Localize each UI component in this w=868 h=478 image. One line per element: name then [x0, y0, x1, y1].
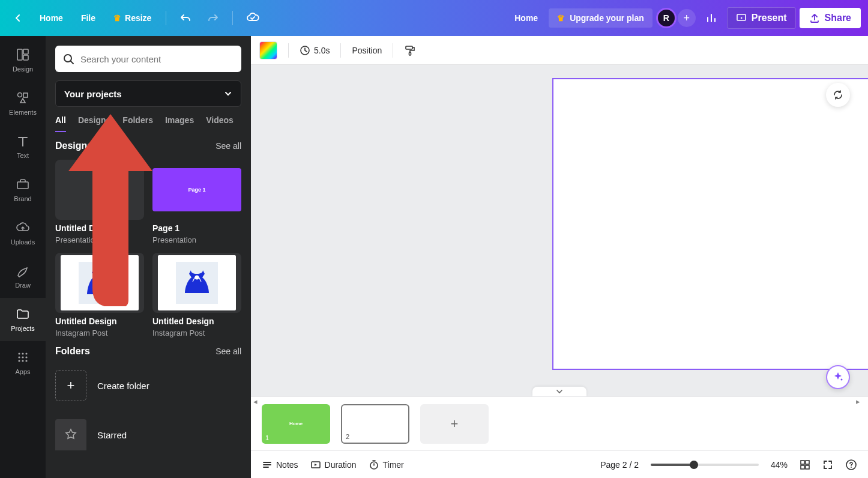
svg-rect-30: [806, 465, 809, 469]
design-card[interactable]: Page 1 Page 1 Presentation: [152, 160, 241, 244]
notes-icon: [262, 459, 273, 470]
duration-button[interactable]: 5.0s: [300, 45, 330, 56]
fullscreen-icon: [822, 459, 833, 470]
svg-rect-2: [23, 49, 28, 54]
slider-knob[interactable]: [690, 461, 698, 469]
home-right-button[interactable]: Home: [507, 8, 545, 28]
tab-images[interactable]: Images: [165, 115, 194, 132]
page-color-button[interactable]: [259, 41, 277, 59]
tab-all[interactable]: All: [55, 115, 66, 132]
share-button[interactable]: Share: [800, 8, 861, 28]
sidebar-item-draw[interactable]: Draw: [0, 255, 46, 298]
scroll-left[interactable]: ◂: [253, 397, 263, 407]
sidebar-label: Elements: [9, 109, 37, 116]
see-all-link[interactable]: See all: [215, 141, 241, 151]
sidebar-label: Brand: [14, 195, 31, 202]
svg-rect-27: [801, 461, 804, 464]
scroll-right[interactable]: ▸: [856, 397, 866, 407]
present-button[interactable]: Present: [727, 7, 796, 29]
grid-icon: [16, 350, 30, 365]
share-label: Share: [825, 13, 851, 23]
svg-point-11: [22, 356, 23, 358]
sidebar-item-projects[interactable]: Projects: [0, 298, 46, 341]
notes-label: Notes: [276, 460, 298, 470]
position-label: Position: [352, 46, 382, 55]
starred-folder-row[interactable]: Starred: [55, 414, 241, 455]
undo-button[interactable]: [173, 7, 197, 29]
upload-icon: [809, 13, 820, 23]
avatar[interactable]: R: [656, 8, 677, 28]
timer-button[interactable]: Timer: [369, 459, 404, 470]
sidebar-label: Uploads: [11, 238, 35, 246]
redo-button[interactable]: [201, 7, 225, 29]
search-icon: [62, 53, 74, 65]
page-indicator[interactable]: Page 2 / 2: [600, 460, 639, 470]
notes-button[interactable]: Notes: [262, 459, 298, 470]
projects-dropdown[interactable]: Your projects: [55, 80, 241, 107]
top-bar: Home File ♛ Resize Home ♛ Upgrade your p…: [0, 0, 868, 36]
svg-rect-6: [17, 182, 28, 189]
zoom-slider[interactable]: [651, 464, 759, 466]
invite-button[interactable]: +: [678, 9, 696, 27]
sidebar-item-design[interactable]: Design: [0, 38, 46, 82]
sidebar-item-uploads[interactable]: Uploads: [0, 211, 46, 255]
plus-icon: +: [451, 416, 459, 432]
create-folder-label: Create folder: [97, 381, 149, 391]
zoom-value[interactable]: 44%: [771, 460, 788, 470]
shapes-icon: [16, 91, 30, 105]
canvas-toolbar: 5.0s Position: [251, 36, 868, 65]
svg-point-16: [64, 55, 71, 62]
sparkle-icon: [832, 371, 844, 383]
sidebar-item-elements[interactable]: Elements: [0, 82, 46, 125]
canvas-body[interactable]: [251, 65, 868, 396]
home-menu[interactable]: Home: [32, 8, 70, 28]
design-thumb: [55, 253, 144, 313]
create-folder-row[interactable]: + Create folder: [55, 365, 241, 406]
search-box[interactable]: [55, 46, 241, 72]
magic-fab[interactable]: [826, 365, 850, 389]
sidebar-item-apps[interactable]: Apps: [0, 341, 46, 384]
design-subtitle: Presentation: [152, 235, 241, 244]
insights-button[interactable]: [699, 7, 723, 29]
tab-folders[interactable]: Folders: [122, 115, 153, 132]
page-thumb-1[interactable]: Home 1: [262, 404, 330, 444]
resize-button[interactable]: ♛ Resize: [106, 8, 158, 28]
sidebar-item-brand[interactable]: Brand: [0, 168, 46, 211]
design-card[interactable]: Untitled Design Presentation: [55, 160, 144, 244]
projects-panel: Your projects All Designs Folders Images…: [46, 36, 251, 478]
back-button[interactable]: [7, 8, 29, 28]
design-subtitle: Instagram Post: [55, 328, 144, 337]
cloud-sync-button[interactable]: [240, 7, 265, 29]
designs-grid: Untitled Design Presentation Page 1 Page…: [55, 160, 241, 337]
chevron-down-icon: [224, 89, 232, 98]
tab-designs[interactable]: Designs: [78, 115, 110, 132]
canvas-page[interactable]: [552, 78, 868, 370]
resize-label: Resize: [125, 13, 151, 23]
design-card[interactable]: Untitled Design Instagram Post: [55, 253, 144, 337]
clock-icon: [300, 45, 310, 56]
position-button[interactable]: Position: [352, 46, 382, 55]
drawer-handle[interactable]: [532, 387, 586, 396]
styles-button[interactable]: [404, 44, 416, 56]
design-subtitle: Presentation: [55, 235, 144, 244]
crown-icon: ♛: [557, 13, 565, 23]
file-menu[interactable]: File: [74, 8, 103, 28]
see-all-link[interactable]: See all: [215, 346, 241, 356]
svg-rect-23: [409, 52, 411, 55]
svg-rect-5: [23, 93, 28, 97]
fullscreen-button[interactable]: [822, 459, 833, 470]
help-button[interactable]: [845, 459, 857, 471]
page-thumb-2[interactable]: 2: [341, 404, 409, 444]
add-page-button[interactable]: +: [420, 404, 489, 444]
design-card[interactable]: Untitled Design Instagram Post: [152, 253, 241, 337]
regenerate-fab[interactable]: [826, 83, 850, 107]
grid-view-button[interactable]: [800, 459, 810, 470]
cloud-upload-icon: [16, 220, 30, 235]
dress-image: [176, 262, 218, 304]
tab-videos[interactable]: Videos: [206, 115, 234, 132]
svg-point-13: [18, 360, 20, 362]
duration-button[interactable]: Duration: [310, 459, 357, 470]
upgrade-button[interactable]: ♛ Upgrade your plan: [549, 8, 653, 28]
search-input[interactable]: [80, 54, 234, 64]
sidebar-item-text[interactable]: Text: [0, 125, 46, 168]
